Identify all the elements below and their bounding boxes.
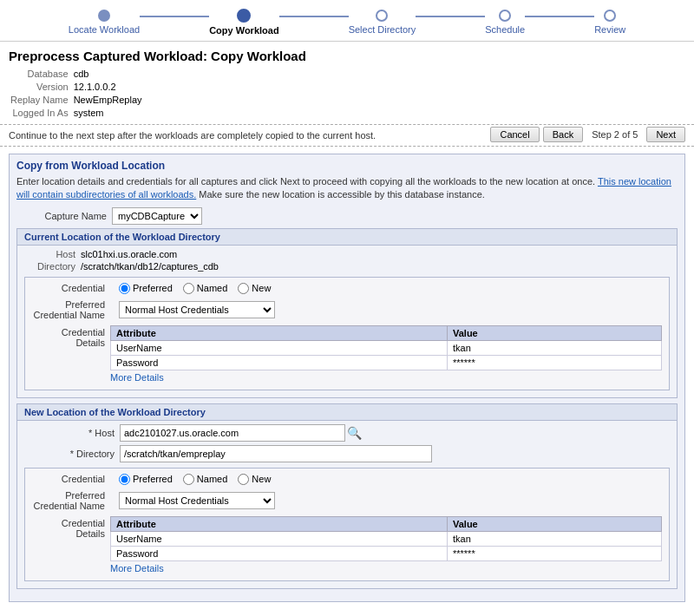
new-directory-label: * Directory bbox=[24, 449, 120, 459]
cred-details-row-1: Credential Details Attribute Value bbox=[32, 325, 662, 383]
current-location-title: Current Location of the Workload Directo… bbox=[17, 229, 677, 246]
copy-from-section: Copy from Workload Location Enter locati… bbox=[9, 154, 685, 602]
step-label-review: Review bbox=[594, 24, 625, 35]
page-header: Preprocess Captured Workload: Copy Workl… bbox=[0, 42, 694, 125]
step-circle-locate bbox=[98, 10, 110, 22]
cred-row-username-1: UserName tkan bbox=[111, 340, 662, 355]
cred-label-2: Credential bbox=[32, 474, 110, 484]
connector-3 bbox=[416, 16, 485, 17]
credential-panel-1: Credential Preferred Named bbox=[24, 277, 670, 390]
current-directory-row: Directory /scratch/tkan/db12/captures_cd… bbox=[24, 261, 670, 272]
radio-new-1[interactable]: New bbox=[238, 283, 271, 294]
pref-cred-label-1: Preferred Credential Name bbox=[32, 299, 110, 320]
cred-row-username-2: UserName tkan bbox=[111, 531, 662, 546]
cred-table-header-attr-1: Attribute bbox=[111, 325, 448, 340]
wizard-step-copy[interactable]: Copy Workload bbox=[209, 9, 278, 36]
new-location-title: New Location of the Workload Directory bbox=[17, 404, 677, 421]
wizard-step-schedule[interactable]: Schedule bbox=[485, 10, 525, 35]
action-bar: Cancel Back Step 2 of 5 Next bbox=[490, 127, 685, 142]
section-description: Enter location details and credentials f… bbox=[16, 175, 678, 202]
database-label: Database bbox=[10, 69, 72, 80]
wizard-step-review[interactable]: Review bbox=[594, 10, 625, 35]
wizard-steps: Locate Workload Copy Workload Select Dir… bbox=[69, 9, 625, 36]
radio-preferred-1[interactable]: Preferred bbox=[119, 283, 173, 294]
radio-new-2[interactable]: New bbox=[238, 474, 271, 485]
wizard-step-locate[interactable]: Locate Workload bbox=[69, 10, 140, 35]
current-directory-label: Directory bbox=[24, 261, 81, 272]
replay-name-label: Replay Name bbox=[10, 95, 72, 106]
radio-preferred-2[interactable]: Preferred bbox=[119, 474, 173, 485]
step-circle-select bbox=[376, 10, 388, 22]
pref-cred-name-row-1: Preferred Credential Name Normal Host Cr… bbox=[32, 299, 662, 320]
current-host-value: slc01hxi.us.oracle.com bbox=[81, 249, 177, 259]
capture-name-select[interactable]: myCDBCapture bbox=[112, 207, 202, 225]
new-host-label: * Host bbox=[24, 428, 120, 438]
step-label-select: Select Directory bbox=[349, 24, 416, 35]
wizard-header: Locate Workload Copy Workload Select Dir… bbox=[0, 0, 694, 42]
step-indicator: Step 2 of 5 bbox=[592, 129, 638, 140]
pref-cred-label-2: Preferred Credential Name bbox=[32, 490, 110, 511]
capture-name-label: Capture Name bbox=[16, 211, 112, 221]
database-value: cdb bbox=[74, 69, 146, 80]
replay-name-value: NewEmpReplay bbox=[74, 95, 146, 106]
pref-cred-name-row-2: Preferred Credential Name Normal Host Cr… bbox=[32, 490, 662, 511]
step-circle-schedule bbox=[499, 10, 511, 22]
page-info-table: Database cdb Version 12.1.0.0.2 Replay N… bbox=[9, 67, 147, 121]
current-directory-value: /scratch/tkan/db12/captures_cdb bbox=[81, 261, 219, 272]
more-details-link-1[interactable]: More Details bbox=[110, 372, 662, 383]
more-details-link-2[interactable]: More Details bbox=[110, 563, 662, 573]
current-host-row: Host slc01hxi.us.oracle.com bbox=[24, 249, 670, 259]
new-host-row: * Host 🔍 bbox=[24, 424, 670, 442]
radio-group-2: Preferred Named New bbox=[119, 474, 271, 485]
cred-details-table-wrap-2: Attribute Value UserName tkan bbox=[110, 516, 662, 573]
version-label: Version bbox=[10, 82, 72, 93]
current-location-box: Current Location of the Workload Directo… bbox=[16, 228, 678, 398]
credential-radio-row-1: Credential Preferred Named bbox=[32, 283, 662, 294]
credential-panel-2: Credential Preferred Named bbox=[24, 468, 670, 581]
radio-group-1: Preferred Named New bbox=[119, 283, 271, 294]
pref-cred-select-2[interactable]: Normal Host Credentials bbox=[119, 492, 275, 509]
cred-row-password-2: Password ****** bbox=[111, 546, 662, 560]
new-directory-row: * Directory bbox=[24, 445, 670, 462]
cred-details-table-wrap-1: Attribute Value UserName tkan bbox=[110, 325, 662, 383]
pref-cred-select-1[interactable]: Normal Host Credentials bbox=[119, 301, 275, 318]
cred-table-header-attr-2: Attribute bbox=[111, 516, 448, 531]
step-circle-copy bbox=[237, 9, 251, 23]
radio-named-1[interactable]: Named bbox=[183, 283, 227, 294]
main-content: Copy from Workload Location Enter locati… bbox=[0, 147, 694, 606]
step-circle-review bbox=[604, 10, 616, 22]
connector-4 bbox=[525, 16, 594, 17]
cred-label-1: Credential bbox=[32, 283, 110, 293]
connector-1 bbox=[140, 16, 209, 17]
radio-named-2[interactable]: Named bbox=[183, 474, 227, 485]
cancel-button[interactable]: Cancel bbox=[490, 127, 539, 142]
credential-radio-row-2: Credential Preferred Named bbox=[32, 474, 662, 485]
logged-in-label: Logged In As bbox=[10, 108, 72, 119]
current-host-label: Host bbox=[24, 249, 81, 259]
page-title: Preprocess Captured Workload: Copy Workl… bbox=[9, 49, 685, 63]
cred-table-header-value-2: Value bbox=[447, 516, 661, 531]
step-label-copy: Copy Workload bbox=[209, 25, 278, 36]
cred-details-row-2: Credential Details Attribute Value bbox=[32, 516, 662, 573]
new-location-box: New Location of the Workload Directory *… bbox=[16, 403, 678, 589]
section-title: Copy from Workload Location bbox=[16, 160, 678, 172]
version-value: 12.1.0.0.2 bbox=[74, 82, 146, 93]
step-label-schedule: Schedule bbox=[485, 24, 525, 35]
cred-row-password-1: Password ****** bbox=[111, 355, 662, 370]
logged-in-value: system bbox=[74, 108, 146, 119]
host-search-button[interactable]: 🔍 bbox=[345, 426, 363, 440]
wizard-step-select[interactable]: Select Directory bbox=[349, 10, 416, 35]
cred-details-table-2: Attribute Value UserName tkan bbox=[110, 516, 662, 561]
cred-details-label-1: Credential Details bbox=[32, 325, 110, 348]
back-button[interactable]: Back bbox=[543, 127, 583, 142]
connector-2 bbox=[279, 16, 349, 17]
cred-table-header-value-1: Value bbox=[447, 325, 661, 340]
next-button[interactable]: Next bbox=[646, 127, 685, 142]
capture-name-row: Capture Name myCDBCapture bbox=[16, 207, 678, 225]
new-host-input[interactable] bbox=[120, 424, 345, 442]
step-label-locate: Locate Workload bbox=[69, 24, 140, 35]
cred-details-table-1: Attribute Value UserName tkan bbox=[110, 325, 662, 370]
cred-details-label-2: Credential Details bbox=[32, 516, 110, 539]
new-directory-input[interactable] bbox=[120, 445, 432, 462]
